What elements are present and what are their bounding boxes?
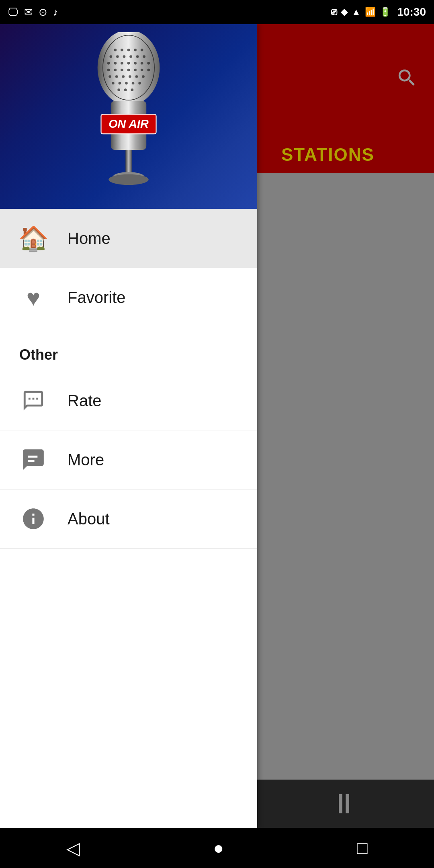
svg-point-27 [108,75,111,78]
svg-text:ON AIR: ON AIR [108,117,149,130]
search-icon[interactable] [396,67,418,94]
svg-point-15 [121,62,123,65]
mic-container: ON AIR [0,24,257,209]
svg-point-25 [141,69,143,72]
microphone-graphic: ON AIR [44,32,213,201]
battery-icon: 🔋 [380,7,391,17]
svg-point-11 [136,55,139,58]
home-icon: 🏠 [18,224,49,253]
svg-point-24 [134,69,137,72]
svg-point-4 [127,49,130,51]
hero-image: ON AIR [0,24,257,209]
svg-point-38 [117,88,120,91]
player-bar: ⏸ [257,780,434,828]
svg-point-7 [109,55,112,58]
rate-icon [22,389,45,412]
info-icon [21,506,46,531]
info-icon-container [19,505,47,533]
svg-point-6 [141,49,143,51]
sim-card-icon: 🖵 [8,6,18,18]
menu-section: 🏠 Home ♥ Favorite Other Rat [0,209,257,828]
menu-item-favorite[interactable]: ♥ Favorite [0,268,257,327]
home-label: Home [68,229,111,248]
svg-point-34 [119,82,121,85]
svg-point-35 [125,82,128,85]
stations-title: STATIONS [269,137,387,172]
rate-label: Rate [68,392,102,410]
svg-point-3 [121,49,123,51]
svg-point-17 [134,62,137,65]
more-icon [21,447,46,472]
right-panel-top [257,24,434,137]
menu-item-more[interactable]: More [0,430,257,489]
svg-point-37 [138,82,141,85]
svg-point-33 [112,82,115,85]
camera-icon: ⊙ [39,6,47,18]
time-display: 10:30 [397,6,426,18]
heart-icon: ♥ [27,284,40,311]
svg-point-26 [147,69,150,72]
svg-point-5 [134,49,137,51]
svg-point-12 [143,55,145,58]
svg-point-39 [124,88,127,91]
svg-point-16 [127,62,130,65]
right-panel: STATIONS ⏸ [257,24,434,828]
right-panel-content [257,173,434,780]
svg-point-8 [116,55,119,58]
bottom-nav: ◁ ● □ [0,828,434,868]
status-bar-right-icons: ⎚ ◆ ▲ 📶 🔋 10:30 [331,6,426,18]
mail-icon: ✉ [24,6,33,18]
svg-point-36 [132,82,135,85]
about-label: About [68,510,110,528]
recents-button[interactable]: □ [345,834,380,862]
svg-point-23 [127,69,130,72]
svg-point-40 [131,88,134,91]
wifi-icon: ▲ [352,6,361,18]
menu-item-about[interactable]: About [0,489,257,549]
more-label: More [68,451,104,469]
svg-point-31 [135,75,138,78]
status-bar-left-icons: 🖵 ✉ ⊙ ♪ [8,6,58,18]
svg-point-47 [108,174,148,185]
status-bar: 🖵 ✉ ⊙ ♪ ⎚ ◆ ▲ 📶 🔋 10:30 [0,0,434,24]
svg-point-22 [121,69,123,72]
favorite-label: Favorite [68,289,126,307]
rate-icon-container [19,387,47,415]
heart-icon-container: ♥ [19,283,47,311]
back-button[interactable]: ◁ [54,834,92,862]
home-icon-container: 🏠 [19,224,47,252]
svg-point-9 [123,55,126,58]
svg-point-14 [114,62,117,65]
svg-point-19 [147,62,150,65]
svg-point-29 [122,75,125,78]
svg-point-18 [141,62,143,65]
other-section-header: Other [0,327,257,371]
svg-point-21 [114,69,117,72]
more-icon-container [19,446,47,474]
main-wrapper: ON AIR 🏠 Home [0,24,434,828]
svg-point-28 [115,75,118,78]
svg-point-30 [129,75,131,78]
music-icon: ♪ [53,6,58,18]
menu-item-home[interactable]: 🏠 Home [0,209,257,268]
menu-item-rate[interactable]: Rate [0,371,257,430]
svg-point-2 [114,49,117,51]
pause-button[interactable]: ⏸ [330,788,361,820]
svg-point-32 [142,75,145,78]
drawer: ON AIR 🏠 Home [0,24,257,828]
stations-title-bar: STATIONS [257,137,434,173]
svg-point-10 [129,55,132,58]
cast-icon: ⎚ [331,6,337,18]
home-button[interactable]: ● [201,834,236,862]
svg-point-13 [107,62,110,65]
signal-icon: 📶 [365,7,376,17]
svg-point-20 [107,69,110,72]
location-icon: ◆ [341,7,348,17]
